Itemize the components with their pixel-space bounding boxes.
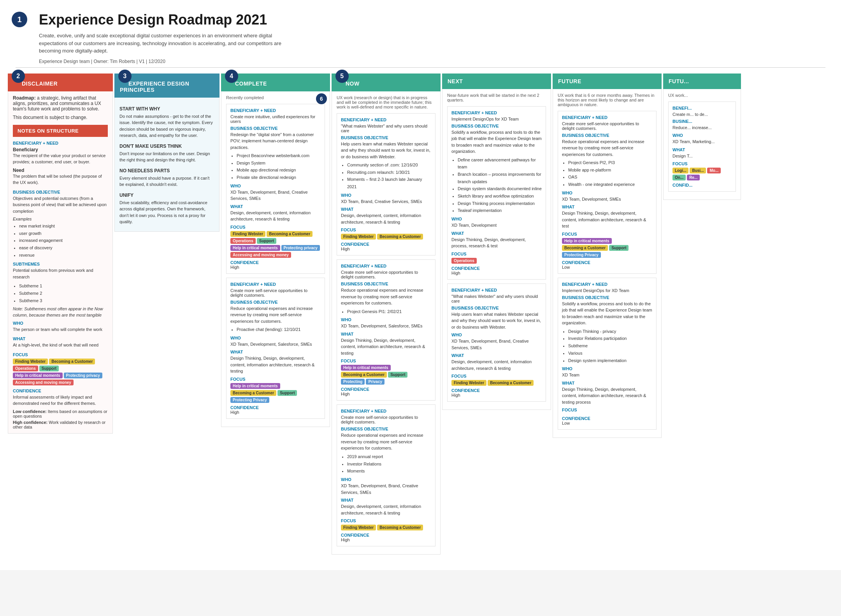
farfuture-column: FUTU... UX work... BENEFI... Create m...… [663,74,741,200]
focus-section: FOCUS [341,228,431,232]
confidence-label: CONFIDENCE [451,388,542,393]
list-item: Tealeaf implementation [458,207,542,214]
next-header: NEXT [442,74,551,89]
notes-body: BENEFICIARY + NEED Beneficiary The recip… [13,141,108,429]
business-obj-body: Reduce operational expenses and increase… [341,287,431,306]
who-section: WHO [672,133,732,138]
business-obj-section: BUSINESS OBJECTIVE [451,306,542,310]
list-item: Design Thinking - privacy [568,328,652,335]
who-label: WHO [13,321,108,326]
subthemes-list: Subtheme 1 Subtheme 2 Subtheme 3 [13,282,108,304]
confidence-value: High [451,393,542,397]
business-obj-text: Objectives and potential outcomes (from … [13,195,108,215]
card-beneficiary-need: BENEFICIARY + NEED [341,264,431,268]
what-body: Design, development, content, informatio… [230,210,321,222]
examples-list: new market insight user growth increased… [13,222,108,259]
tag: Finding Webster [230,231,265,237]
subthemes-note: Note: Subthemes most often appear in the… [13,306,108,318]
tag: Support [277,390,297,396]
tag: Help in critical moments [230,383,280,389]
tag: Finding Webster [451,380,486,386]
business-obj-section: BUSINE... [672,119,732,124]
list-item: OAS [568,173,652,181]
business-obj-body: Reduce operational expenses and increase… [341,432,431,452]
need-label: Need [13,168,108,173]
complete-card-1: BENEFICIARY + NEED Create more intuitive… [226,104,325,274]
tag-support: Support [39,366,59,371]
list-item: Moments – first 2-3 launch late January … [347,176,431,190]
complete-card2-subthemes: Proactive chat (lending): 12/10/21 [230,326,321,333]
what-section: WHAT [562,381,652,385]
principle-4: UNIFY Drive scalability, efficiency and … [119,192,214,225]
principles-header: 3 EXPERIENCE DESIGN PRINCIPLES [114,74,219,98]
step-badge-1: 1 [12,12,27,27]
business-obj-body: Help users learn what makes Webster spec… [451,311,542,331]
beneficiary-label: Beneficiary [13,147,108,152]
what-section: WHAT [341,498,431,502]
card-need-text: Create m... to de... [672,112,732,117]
notes-header: NOTES ON STRUCTURE [13,125,108,137]
focus-section: FOCUS [230,377,321,382]
subthemes-desc: Potential solutions from previous work a… [13,267,108,280]
farfuture-header: FUTU... [663,74,741,89]
tag: Becoming a Customer [341,372,387,378]
confidence-value: High [230,410,321,415]
confidence-label: CONFIDENCE [13,388,108,393]
who-body: XD Team, Development, SMEs [562,196,652,203]
confidence-label: CONFIDENCE [341,242,431,247]
list-item: Sketch library and workflow optimization [458,192,542,200]
now-body: UX work (research or design) that is in … [332,91,441,555]
what-section: WHAT [230,350,321,354]
principles-body: START WITH WHY Do not make assumptions -… [114,98,219,232]
who-section: WHO [451,332,542,337]
list-item: Recruiting.com relaunch: 1/30/21 [347,169,431,176]
focus-tags-card1: Finding Webster Becoming a Customer [341,234,431,240]
confidence-value: High [341,392,431,396]
business-obj-body: Reduce operational expenses and increase… [230,305,321,325]
next-card-2: BENEFICIARY + NEED "What makes Webster" … [447,284,546,402]
principle-1-text: Do not make assumptions - get to the roo… [119,113,214,139]
what-text: At a high-level, the kind of work that w… [13,342,108,348]
who-body: XD Team, Marketing... [672,138,732,145]
card-need-text: Create more self-service opportunities t… [341,270,431,279]
focus-section: FOCUS [451,252,542,256]
now-card3-subthemes: 2019 annual report Investor Relations Mo… [341,453,431,475]
focus-section: FOCUS [451,374,542,378]
who-body: XD Team, Development, Salesforce, SMEs [230,341,321,348]
step-badge-4: 4 [225,70,238,83]
focus-tags-card3: Finding Webster Becoming a Customer [341,525,431,530]
complete-header: 4 COMPLETE [221,74,330,91]
beneficiary-need-label: BENEFICIARY + NEED [13,141,108,145]
focus-section: FOCUS [230,225,321,229]
who-section: WHO [562,366,652,371]
confidence-label: CONFIDENCE [451,266,542,271]
future-card2-subthemes: Design Thinking - privacy Investor Relat… [562,328,652,364]
now-subtitle: UX work (research or design) that is in … [337,95,435,109]
farfuture-subtitle: UX work... [668,93,736,98]
complete-title: COMPLETE [235,80,267,87]
tag: Becoming a Customer [488,380,534,386]
list-item: Project Genesis PI1: 2/02/21 [347,308,431,315]
focus-tags-card1: Help in critical moments Becoming a Cust… [562,238,652,258]
future-subtitle: UX work that is 6 or more months away. T… [558,93,657,107]
list-item: Subtheme 2 [19,290,108,297]
card-beneficiary-need: BENEFICIARY + NEED [341,409,431,413]
tag-operations: Operations [13,366,38,371]
what-section: WHAT [341,332,431,336]
tag: Protecting [341,379,365,385]
tag: On... [672,175,686,180]
business-obj-body: Redesign the "digital store" from a cust… [230,131,321,151]
need-text: The problem that will be solved (the pur… [13,173,108,186]
tag: Becoming a Customer [562,245,608,251]
who-body: XD Team, Development, Salesforce, SMEs [341,323,431,329]
card-need-text: Implement DesignOps for XD Team [451,117,542,121]
confidence-label: CONFIDENCE [230,405,321,410]
tag: Protecting Privacy [230,397,269,403]
badge-6: 6 [316,93,327,104]
next-subtitle: Near-future work that will be started in… [447,93,546,102]
tag: Becoming a Customer [230,390,276,396]
card-beneficiary-need: BENEFICIARY + NEED [562,115,652,120]
what-section: WHAT [451,353,542,358]
now-column: 5 NOW UX work (research or design) that … [332,74,441,555]
card-need-text: Create more self-service opportunities t… [230,288,321,298]
